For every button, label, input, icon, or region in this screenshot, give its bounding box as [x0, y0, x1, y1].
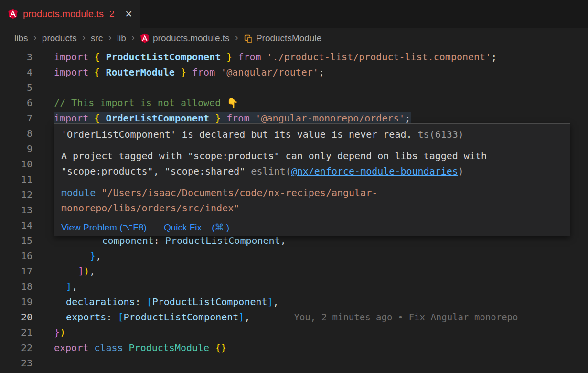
hover-actions: View Problem (⌥F8)Quick Fix... (⌘.): [54, 219, 570, 236]
token-kw2: class: [94, 342, 123, 353]
line-number[interactable]: 18: [0, 281, 32, 292]
line-number[interactable]: 10: [0, 158, 32, 170]
token-ind: [54, 311, 66, 323]
quick-fix-action[interactable]: Quick Fix... (⌘.): [164, 222, 229, 233]
code-line-20[interactable]: 20 exports: [ProductListComponent],You, …: [0, 309, 588, 325]
token-pln: [249, 112, 255, 124]
token-prop: exports: [66, 311, 106, 323]
hover-section-text: 'OrderListComponent' is declared but its…: [61, 129, 464, 140]
code-line-19[interactable]: 19 declarations: [ProductListComponent],: [0, 294, 588, 309]
token-pln: [175, 66, 181, 78]
token-ind: [54, 265, 66, 277]
tab-products-module-ts[interactable]: products.module.ts 2 ✕: [0, 0, 140, 28]
token-b3: }: [90, 250, 96, 262]
token-pln: [221, 112, 226, 124]
breadcrumb-item-productsmodule[interactable]: ProductsModule: [244, 33, 321, 44]
token-pln: ,: [89, 265, 95, 277]
token-pln: ,: [280, 235, 286, 246]
token-pln: [123, 342, 129, 353]
close-icon[interactable]: ✕: [125, 9, 133, 20]
token-b1: }: [215, 112, 221, 124]
token-b3: [: [118, 311, 123, 323]
line-number[interactable]: 3: [0, 51, 32, 63]
line-number[interactable]: 20: [0, 311, 32, 323]
line-number[interactable]: 21: [0, 327, 32, 338]
line-number[interactable]: 12: [0, 189, 32, 200]
breadcrumb-item-src[interactable]: src: [91, 33, 103, 44]
line-number[interactable]: 15: [0, 235, 32, 246]
code-line-23[interactable]: 23: [0, 355, 588, 371]
token-pln: ,: [273, 296, 279, 307]
code-line-6[interactable]: 6// This import is not allowed 👇: [0, 95, 588, 110]
hover-section-text: A project tagged with "scope:products" c…: [61, 150, 492, 177]
angular-icon: [140, 33, 150, 43]
line-content: },: [54, 250, 101, 262]
hover-sections: 'OrderListComponent' is declared but its…: [54, 124, 570, 219]
token-b2: ]: [78, 265, 84, 277]
editor: 3import { ProductListComponent } from '.…: [0, 48, 588, 373]
token-pln: :: [154, 235, 165, 246]
token-b1: {: [94, 66, 100, 78]
code-line-21[interactable]: 21}): [0, 325, 588, 340]
code-line-22[interactable]: 22export class ProductsModule {}: [0, 340, 588, 355]
token-ind: [66, 235, 78, 246]
token-b1: ): [60, 327, 65, 338]
line-number[interactable]: 6: [0, 97, 32, 109]
code-line-16[interactable]: 16 },: [0, 248, 588, 263]
token-kw: from: [226, 112, 249, 124]
token-ind: [54, 296, 66, 307]
line-number[interactable]: 9: [0, 143, 32, 154]
line-number[interactable]: 7: [0, 112, 32, 124]
token-b1: {: [94, 51, 100, 63]
token-dim: eslint(: [251, 165, 291, 177]
line-content: ]),: [54, 265, 95, 277]
code-line-17[interactable]: 17 ]),: [0, 263, 588, 279]
token-fg: [412, 129, 418, 140]
line-number[interactable]: 5: [0, 82, 32, 93]
token-pln: [100, 112, 106, 124]
token-str: '@angular/router': [221, 66, 319, 78]
line-content: import { ProductListComponent } from './…: [54, 51, 497, 63]
token-blame: You, 2 minutes ago • Fix Angular monorep…: [294, 312, 518, 322]
line-number[interactable]: 8: [0, 128, 32, 139]
token-pln: [215, 66, 221, 78]
token-fg: 'OrderListComponent' is declared but its…: [61, 129, 412, 140]
line-number[interactable]: 14: [0, 219, 32, 231]
line-number[interactable]: 22: [0, 342, 32, 353]
token-kw: import: [54, 51, 88, 63]
token-pln: ,: [72, 281, 77, 292]
breadcrumb-item-products-module-ts[interactable]: products.module.ts: [140, 33, 230, 44]
view-problem-action[interactable]: View Problem (⌥F8): [61, 222, 147, 233]
hover-section-ts-diagnostic: 'OrderListComponent' is declared but its…: [54, 124, 570, 145]
line-number[interactable]: 19: [0, 296, 32, 307]
token-b2: }: [54, 327, 60, 338]
breadcrumb-label: products.module.ts: [153, 33, 230, 44]
line-number[interactable]: 17: [0, 265, 32, 277]
tab-bar: products.module.ts 2 ✕: [0, 0, 588, 28]
line-number[interactable]: 13: [0, 204, 32, 216]
code-line-3[interactable]: 3import { ProductListComponent } from '.…: [0, 49, 588, 65]
line-content: export class ProductsModule {}: [54, 342, 226, 353]
code-line-18[interactable]: 18 ],: [0, 279, 588, 294]
line-number[interactable]: 16: [0, 250, 32, 262]
token-pln: [186, 66, 192, 78]
token-imp: OrderListComponent: [106, 112, 209, 124]
token-emoji: 👇: [226, 97, 238, 109]
tab-error-count-badge: 2: [109, 9, 115, 19]
token-ind: [90, 235, 102, 246]
line-number[interactable]: 4: [0, 66, 32, 78]
code-line-5[interactable]: 5: [0, 80, 588, 95]
breadcrumb-item-libs[interactable]: libs: [14, 33, 28, 44]
token-pln: [209, 112, 215, 124]
breadcrumb-item-products[interactable]: products: [42, 33, 77, 44]
breadcrumb-item-lib[interactable]: lib: [117, 33, 126, 44]
line-number[interactable]: 23: [0, 357, 32, 369]
code-line-4[interactable]: 4import { RouterModule } from '@angular/…: [0, 65, 588, 80]
hover-section-module-info: module "/Users/isaac/Documents/code/nx-r…: [54, 182, 570, 219]
line-number[interactable]: 11: [0, 174, 32, 185]
line-content: import { OrderListComponent } from '@ang…: [54, 112, 411, 124]
hover-widget: 'OrderListComponent' is declared but its…: [54, 123, 570, 236]
token-cls: ProductsModule: [129, 342, 210, 353]
eslint-rule-link[interactable]: @nx/enforce-module-boundaries: [291, 165, 458, 177]
hover-section-eslint-diagnostic: A project tagged with "scope:products" c…: [54, 145, 570, 182]
